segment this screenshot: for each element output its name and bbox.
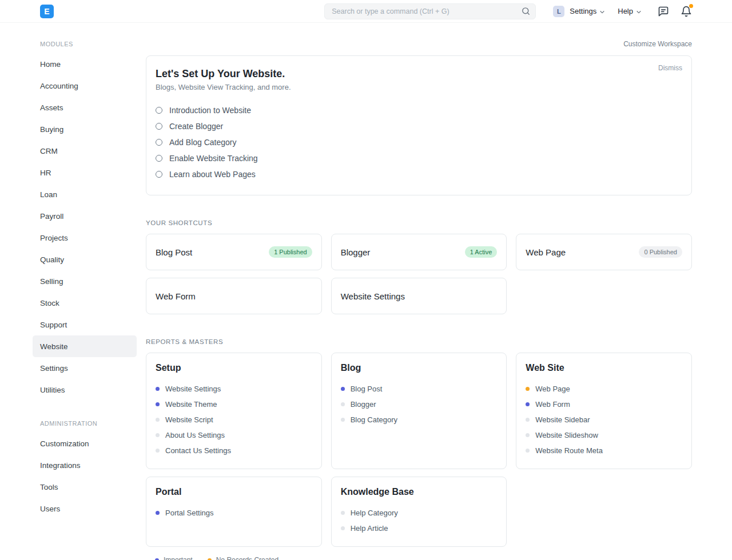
card-title: Blog xyxy=(341,363,498,373)
shortcut-card-blog-post[interactable]: Blog Post 1 Published xyxy=(146,234,322,270)
report-link[interactable]: Blog Post xyxy=(341,381,498,397)
link-label: Blog Category xyxy=(351,415,397,424)
sidebar-item-payroll[interactable]: Payroll xyxy=(33,205,137,227)
step-circle-icon xyxy=(156,171,162,178)
link-label: Help Article xyxy=(351,524,388,533)
reports-grid: Setup Website Settings Website Theme Web… xyxy=(146,353,692,547)
link-label: Portal Settings xyxy=(165,509,214,517)
help-dropdown-label: Help xyxy=(618,7,633,15)
shortcut-card-web-form[interactable]: Web Form xyxy=(146,278,322,314)
link-label: Blog Post xyxy=(351,385,383,393)
sidebar-item-crm[interactable]: CRM xyxy=(33,140,137,162)
sidebar-item-support[interactable]: Support xyxy=(33,314,137,335)
onboarding-card: Let's Set Up Your Website. Blogs, Websit… xyxy=(146,55,692,195)
sidebar-item-users[interactable]: Users xyxy=(33,498,137,519)
shortcuts-grid: Blog Post 1 Published Blogger 1 Active W… xyxy=(146,234,692,314)
report-link[interactable]: Website Slideshow xyxy=(526,427,682,443)
shortcut-card-website-settings[interactable]: Website Settings xyxy=(331,278,507,314)
sidebar-item-customization[interactable]: Customization xyxy=(33,433,137,454)
card-title: Knowledge Base xyxy=(341,487,498,497)
app-logo[interactable]: E xyxy=(40,5,54,18)
status-dot xyxy=(156,387,160,391)
onboarding-step[interactable]: Learn about Web Pages xyxy=(156,166,682,182)
onboarding-step[interactable]: Introduction to Website xyxy=(156,102,682,118)
step-label: Add Blog Category xyxy=(169,138,237,147)
global-search xyxy=(324,3,536,19)
shortcut-label: Blog Post xyxy=(156,247,192,257)
sidebar-item-selling[interactable]: Selling xyxy=(33,270,137,292)
chat-icon[interactable] xyxy=(658,6,669,17)
card-title: Setup xyxy=(156,363,312,373)
main-content: Customize Workspace Let's Set Up Your We… xyxy=(146,23,732,560)
sidebar-item-website[interactable]: Website xyxy=(33,335,137,357)
report-link[interactable]: Web Page xyxy=(526,381,682,397)
sidebar-item-accounting[interactable]: Accounting xyxy=(33,75,137,97)
navbar: E L Settings Help xyxy=(0,0,732,23)
sidebar-item-hr[interactable]: HR xyxy=(33,162,137,183)
report-link[interactable]: Web Form xyxy=(526,397,682,412)
sidebar-item-assets[interactable]: Assets xyxy=(33,97,137,118)
onboarding-title: Let's Set Up Your Website. xyxy=(156,68,682,80)
report-card-portal: Portal Portal Settings xyxy=(146,477,322,547)
link-label: Website Theme xyxy=(165,400,217,409)
legend-label: Important xyxy=(164,556,193,560)
count-badge: 1 Published xyxy=(269,246,312,258)
sidebar-item-loan[interactable]: Loan xyxy=(33,183,137,205)
dismiss-button[interactable]: Dismiss xyxy=(658,64,682,72)
sidebar-item-buying[interactable]: Buying xyxy=(33,118,137,140)
onboarding-step[interactable]: Add Blog Category xyxy=(156,134,682,150)
report-link[interactable]: Website Settings xyxy=(156,381,312,397)
onboarding-step[interactable]: Create Blogger xyxy=(156,118,682,134)
legend: Important No Records Created xyxy=(146,556,692,560)
report-link[interactable]: Website Script xyxy=(156,412,312,427)
step-label: Introduction to Website xyxy=(169,106,251,115)
link-label: Website Route Meta xyxy=(535,446,603,455)
avatar-letter: L xyxy=(557,8,561,15)
link-label: About Us Settings xyxy=(165,431,225,439)
report-link[interactable]: Help Category xyxy=(341,505,498,521)
report-link[interactable]: Website Route Meta xyxy=(526,443,682,458)
sidebar-item-tools[interactable]: Tools xyxy=(33,476,137,498)
report-link[interactable]: Portal Settings xyxy=(156,505,312,521)
chevron-down-icon xyxy=(636,9,642,15)
app-logo-letter: E xyxy=(44,7,49,16)
status-dot xyxy=(526,433,530,437)
sidebar-item-settings[interactable]: Settings xyxy=(33,357,137,379)
report-link[interactable]: Help Article xyxy=(341,521,498,536)
step-circle-icon xyxy=(156,107,162,114)
sidebar-item-integrations[interactable]: Integrations xyxy=(33,454,137,476)
status-dot xyxy=(526,387,530,391)
report-link[interactable]: Website Theme xyxy=(156,397,312,412)
reports-section-title: REPORTS & MASTERS xyxy=(146,338,692,345)
onboarding-subtitle: Blogs, Website View Tracking, and more. xyxy=(156,83,682,91)
sidebar-item-stock[interactable]: Stock xyxy=(33,292,137,314)
onboarding-step[interactable]: Enable Website Tracking xyxy=(156,150,682,166)
user-avatar[interactable]: L xyxy=(553,6,564,17)
link-label: Website Slideshow xyxy=(535,431,598,439)
sidebar-section-modules: MODULES Home Accounting Assets Buying CR… xyxy=(33,41,137,401)
step-label: Learn about Web Pages xyxy=(169,170,256,179)
sidebar-item-home[interactable]: Home xyxy=(33,53,137,75)
report-link[interactable]: Blog Category xyxy=(341,412,498,427)
status-dot xyxy=(526,449,530,453)
sidebar-item-projects[interactable]: Projects xyxy=(33,227,137,249)
help-dropdown[interactable]: Help xyxy=(618,7,642,15)
report-link[interactable]: Contact Us Settings xyxy=(156,443,312,458)
sidebar-item-quality[interactable]: Quality xyxy=(33,249,137,270)
report-card-setup: Setup Website Settings Website Theme Web… xyxy=(146,353,322,469)
report-link[interactable]: About Us Settings xyxy=(156,427,312,443)
sidebar-item-utilities[interactable]: Utilities xyxy=(33,379,137,401)
shortcut-card-blogger[interactable]: Blogger 1 Active xyxy=(331,234,507,270)
search-icon[interactable] xyxy=(521,6,531,16)
report-link[interactable]: Website Sidebar xyxy=(526,412,682,427)
settings-dropdown[interactable]: Settings xyxy=(570,7,605,15)
customize-workspace-link[interactable]: Customize Workspace xyxy=(623,40,692,48)
sidebar-section-title: ADMINISTRATION xyxy=(33,420,137,427)
search-input[interactable] xyxy=(324,3,536,19)
shortcut-card-web-page[interactable]: Web Page 0 Published xyxy=(516,234,692,270)
report-link[interactable]: Blogger xyxy=(341,397,498,412)
link-label: Web Form xyxy=(535,400,570,409)
step-label: Enable Website Tracking xyxy=(169,154,258,163)
shortcut-label: Web Form xyxy=(156,291,196,301)
notification-bell-icon[interactable] xyxy=(681,6,692,17)
